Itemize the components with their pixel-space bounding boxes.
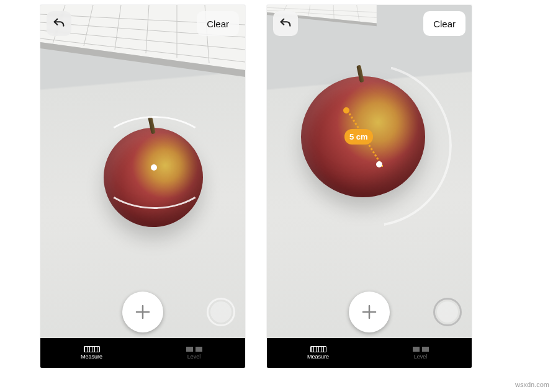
bottom-controls xyxy=(40,286,245,338)
measurement-start-point[interactable] xyxy=(343,107,349,114)
ruler-icon xyxy=(84,346,100,352)
level-icon xyxy=(413,346,429,352)
undo-icon xyxy=(279,17,292,30)
measurement-value: 5 cm xyxy=(349,132,368,141)
tab-measure-label: Measure xyxy=(307,354,329,360)
shutter-button[interactable] xyxy=(433,298,462,326)
measurement-end-point[interactable] xyxy=(376,161,382,167)
screenshot-pair: Clear Measure Level xyxy=(0,0,553,373)
level-icon xyxy=(186,346,202,352)
undo-button[interactable] xyxy=(47,11,71,36)
bottom-controls xyxy=(267,286,472,338)
add-point-button[interactable] xyxy=(122,292,163,332)
tab-measure[interactable]: Measure xyxy=(267,338,369,368)
ruler-icon xyxy=(310,346,326,352)
add-point-button[interactable] xyxy=(349,292,390,332)
measure-reticle xyxy=(90,116,219,209)
shutter-button[interactable] xyxy=(207,298,235,326)
tab-level[interactable]: Level xyxy=(369,338,472,368)
phone-left: Clear Measure Level xyxy=(40,5,245,368)
tab-bar: Measure Level xyxy=(267,338,472,368)
plus-icon xyxy=(360,303,379,321)
undo-button[interactable] xyxy=(273,11,298,36)
top-controls: Clear xyxy=(273,11,465,36)
reticle-center-dot xyxy=(151,164,157,171)
tab-level-label: Level xyxy=(187,354,201,360)
tab-measure[interactable]: Measure xyxy=(40,338,143,368)
undo-icon xyxy=(52,17,66,30)
clear-button[interactable]: Clear xyxy=(197,11,239,36)
tab-measure-label: Measure xyxy=(81,354,102,360)
tab-level[interactable]: Level xyxy=(143,338,245,368)
tab-bar: Measure Level xyxy=(40,338,245,368)
phone-right: 5 cm Clear Measure Level xyxy=(267,5,472,368)
watermark: wsxdn.com xyxy=(515,381,549,388)
plus-icon xyxy=(133,303,152,321)
clear-button[interactable]: Clear xyxy=(423,11,465,36)
measurement-chip[interactable]: 5 cm xyxy=(344,129,373,145)
clear-label: Clear xyxy=(207,19,229,29)
top-controls: Clear xyxy=(47,11,239,36)
clear-label: Clear xyxy=(433,19,456,29)
tab-level-label: Level xyxy=(414,354,428,360)
